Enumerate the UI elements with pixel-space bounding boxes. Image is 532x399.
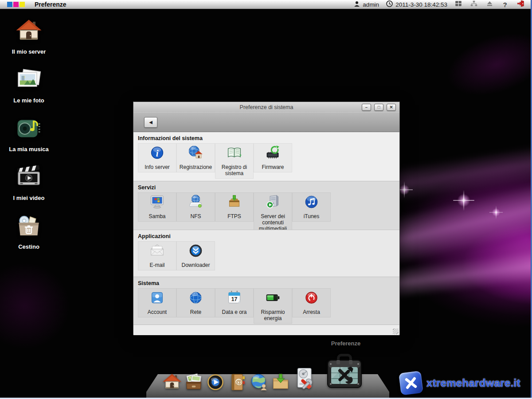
media-server-icon — [265, 194, 281, 212]
site-watermark: xtremehardware.it — [400, 370, 529, 396]
pref-item-label: Downloader — [181, 262, 210, 268]
pref-item-rete[interactable]: Rete — [176, 288, 215, 317]
desktop: Preferenze admin 2011-3-30 18:42:53 ? — [0, 0, 532, 399]
dock-photos-icon — [184, 372, 203, 392]
pref-item-nfs[interactable]: NFS — [176, 192, 215, 222]
trash-icon — [16, 209, 42, 241]
window-status-bar — [133, 325, 399, 335]
desktop-icon-my-music[interactable]: La mia musica — [5, 112, 52, 160]
dock-item-preferences[interactable] — [325, 353, 364, 392]
dock-item-disk-utility[interactable] — [293, 367, 317, 392]
desktop-icon-my-server[interactable]: Il mio server — [5, 14, 52, 63]
watermark-x-logo-icon — [399, 371, 423, 395]
clock: 2011-3-30 18:42:53 — [386, 0, 447, 9]
pref-item-label: iTunes — [304, 213, 320, 219]
logout-button[interactable] — [516, 1, 525, 8]
dock-item-contacts[interactable]: @ — [227, 372, 247, 392]
logo-square — [7, 2, 12, 7]
nfs-drive-icon — [188, 194, 204, 212]
dock-toolbox-icon — [325, 353, 364, 392]
email-icon — [149, 243, 165, 261]
clock-icon — [386, 0, 393, 9]
desktop-icon-my-videos[interactable]: I miei video — [5, 160, 52, 209]
samba-monitor-icon — [149, 194, 165, 212]
sparkle-star — [491, 207, 501, 218]
dock-contacts-icon: @ — [227, 372, 247, 392]
back-button[interactable]: ◀ — [144, 117, 157, 128]
pref-item-downloader[interactable]: Downloader — [176, 241, 215, 270]
pref-item-ftps[interactable]: FTPS — [215, 192, 254, 222]
network-globe-icon — [188, 289, 204, 308]
help-button[interactable]: ? — [501, 1, 509, 8]
house-icon — [16, 14, 42, 46]
eject-button[interactable] — [485, 1, 494, 8]
logged-in-user: admin — [353, 0, 379, 9]
desktop-icon-trash[interactable]: Cestino — [5, 209, 52, 258]
ftps-box-icon — [226, 194, 243, 212]
dock-item-network[interactable] — [249, 372, 269, 392]
pref-item-info-server[interactable]: iInfo server — [138, 143, 176, 172]
pref-item-itunes[interactable]: iTunes — [292, 192, 331, 222]
apps-grid-icon — [454, 0, 462, 9]
pref-item-label: Registrazione — [180, 164, 212, 170]
svg-text:@: @ — [235, 379, 242, 386]
pref-item-arresta[interactable]: Arresta — [292, 288, 331, 317]
desktop-icon-label: Le mie foto — [13, 97, 44, 104]
section-applicazioni: Applicazioni E-mail Downloader — [133, 230, 399, 277]
svg-text:i: i — [156, 149, 159, 158]
pref-item-email[interactable]: E-mail — [138, 241, 176, 270]
power-icon — [303, 289, 320, 308]
pref-item-risparmio-energia[interactable]: Risparmio energia — [254, 288, 292, 324]
workgroup-icon — [470, 0, 478, 9]
dock-item-home[interactable] — [162, 372, 182, 392]
svg-text:17: 17 — [231, 296, 238, 302]
minimize-button[interactable]: – — [362, 104, 371, 111]
section-header: Informazioni del sistema — [138, 135, 399, 141]
eject-icon — [486, 0, 493, 9]
dock-download-icon — [271, 372, 290, 392]
desktop-icon-label: Cestino — [18, 243, 39, 250]
apps-grid-button[interactable] — [454, 1, 463, 8]
desktop-icon-my-photos[interactable]: Le mie foto — [5, 63, 52, 112]
battery-icon — [265, 289, 281, 308]
logout-icon — [516, 0, 524, 9]
user-icon — [353, 0, 360, 9]
section-servizi: Servizi Samba NFS FTPS Server dei conten… — [133, 181, 399, 230]
music-icon — [16, 112, 42, 144]
logo-square — [20, 2, 25, 7]
section-sistema: Sistema Account Rete 17 Data e ora Rispa… — [133, 277, 399, 325]
calendar-icon: 17 — [226, 289, 243, 308]
pref-item-registro-di-sistema[interactable]: Registro di sistema — [215, 143, 254, 179]
pref-item-label: Arresta — [303, 309, 320, 315]
pref-item-label: E-mail — [149, 262, 164, 268]
dock-disk-icon — [293, 367, 317, 392]
downloader-icon — [188, 243, 204, 261]
dock-item-photos[interactable] — [184, 372, 203, 392]
window-toolbar: ◀ — [133, 112, 399, 132]
dock-item-player[interactable] — [206, 372, 225, 392]
section-header: Sistema — [138, 280, 399, 286]
resize-grip[interactable] — [393, 329, 399, 334]
pref-item-label: Samba — [149, 213, 165, 219]
pref-item-samba[interactable]: Samba — [138, 192, 176, 222]
pref-item-label: Firmware — [262, 164, 284, 170]
pref-item-label: Rete — [190, 309, 201, 315]
workgroup-button[interactable] — [469, 1, 478, 8]
dock: @ — [162, 350, 364, 392]
pref-item-registrazione[interactable]: Registrazione — [176, 143, 215, 172]
info-icon: i — [149, 145, 165, 163]
pref-item-media-server[interactable]: Server dei contenuti multimediali — [254, 192, 292, 234]
maximize-button[interactable]: □ — [374, 104, 383, 111]
system-log-icon — [226, 145, 243, 163]
pref-item-label: Risparmio energia — [254, 309, 291, 321]
dock-item-downloads[interactable] — [271, 372, 290, 392]
pref-item-account[interactable]: Account — [138, 288, 176, 317]
close-button[interactable]: ✕ — [387, 104, 396, 111]
background-purple-faint — [400, 0, 532, 139]
photos-icon — [16, 63, 42, 95]
dock-home-icon — [162, 372, 182, 392]
desktop-icon-label: I miei video — [13, 195, 45, 201]
window-titlebar[interactable]: Preferenze di sistema –□✕ — [133, 102, 399, 112]
pref-item-firmware[interactable]: Firmware — [254, 143, 292, 172]
pref-item-data-e-ora[interactable]: 17 Data e ora — [215, 288, 254, 317]
